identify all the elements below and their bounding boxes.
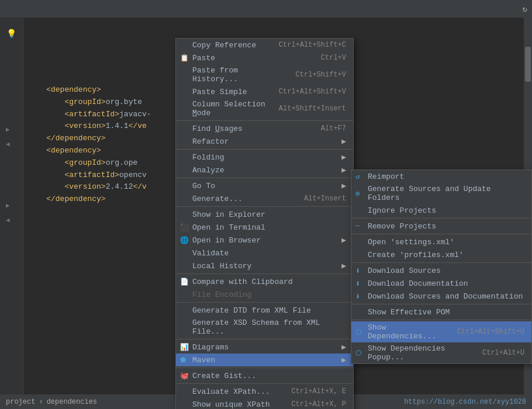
menu-analyze[interactable]: Analyze ▶ <box>176 164 353 176</box>
submenu-open-settings[interactable]: Open 'settings.xml' <box>351 235 531 248</box>
submenu-divider <box>351 234 531 234</box>
menu-create-gist[interactable]: 🐙 Create Gist... <box>176 369 353 382</box>
submenu-reimport[interactable]: ↺ Reimport <box>351 170 531 183</box>
menu-file-encoding[interactable]: File Encoding <box>176 288 353 301</box>
maven-icon: ⬟ <box>180 356 186 365</box>
reimport-icon: ↺ <box>355 172 360 181</box>
line-gutter: 💡 ▶ ◀ ▶ ◀ <box>0 18 23 394</box>
diagrams-icon: 📊 <box>180 343 189 352</box>
submenu-generate-sources[interactable]: ⚙ Generate Sources and Update Folders <box>351 183 531 204</box>
status-url: https://blog.csdn.net/xyy1028 <box>404 398 526 406</box>
breadcrumb: project › dependencies <box>6 398 97 406</box>
menu-local-history[interactable]: Local History ▶ <box>176 259 353 272</box>
menu-find-usages[interactable]: Find Usages Alt+F7 <box>176 122 353 135</box>
arrow-icon: ▶ <box>341 181 346 190</box>
menu-refactor[interactable]: Refactor ▶ <box>176 135 353 148</box>
refresh-icon[interactable]: ↻ <box>523 4 527 14</box>
submenu-ignore-projects[interactable]: Ignore Projects <box>351 204 531 217</box>
menu-column-mode[interactable]: Column Selection Mode Alt+Shift+Insert <box>176 98 353 119</box>
menu-divider <box>176 120 353 121</box>
menu-compare-clipboard[interactable]: 📄 Compare with Clipboard <box>176 275 353 288</box>
submenu-show-dependencies[interactable]: ⬡ Show Dependencies... Ctrl+Alt+Shift+U <box>351 321 531 342</box>
arrow-icon: ▶ <box>341 342 346 352</box>
menu-generate-xsd[interactable]: Generate XSD Schema from XML File... <box>176 317 353 338</box>
menu-goto[interactable]: Go To ▶ <box>176 179 353 192</box>
menu-divider <box>176 339 353 339</box>
menu-divider <box>176 302 353 303</box>
submenu-download-docs[interactable]: ⬇ Download Documentation <box>351 277 531 290</box>
menu-open-browser[interactable]: 🌐 Open in Browser ▶ <box>176 234 353 247</box>
menu-maven[interactable]: ⬟ Maven ▶ <box>176 353 353 366</box>
menu-open-terminal[interactable]: ⬛ Open in Terminal <box>176 221 353 234</box>
arrow-icon: ▶ <box>341 137 346 146</box>
submenu-divider <box>351 218 531 219</box>
submenu-create-profiles[interactable]: Create 'profiles.xml' <box>351 248 531 261</box>
arrow-icon: ▶ <box>341 152 346 162</box>
menu-divider <box>176 383 353 384</box>
menu-generate[interactable]: Generate... Alt+Insert <box>176 192 353 205</box>
bulb-icon: 💡 <box>7 29 15 37</box>
menu-copy-reference[interactable]: Copy Reference Ctrl+Alt+Shift+C <box>176 39 353 51</box>
menu-paste-history[interactable]: Paste from History... Ctrl+Shift+V <box>176 64 353 85</box>
top-bar: ↻ <box>0 0 532 18</box>
download-icon: ⬇ <box>355 279 360 289</box>
menu-generate-dtd[interactable]: Generate DTD from XML File <box>176 304 353 317</box>
remove-icon: — <box>355 222 360 230</box>
deps-icon: ⬡ <box>355 328 361 337</box>
arrow-icon: ▶ <box>341 355 346 365</box>
paste-icon: 📋 <box>180 54 189 63</box>
compare-icon: 📄 <box>180 278 189 286</box>
submenu-divider <box>351 262 531 263</box>
arrow-icon: ▶ <box>341 261 346 271</box>
menu-paste-simple[interactable]: Paste Simple Ctrl+Alt+Shift+V <box>176 85 353 98</box>
fold-arrow-1[interactable]: ▶ <box>6 126 10 133</box>
generate-sources-icon: ⚙ <box>355 189 360 198</box>
terminal-icon: ⬛ <box>180 223 189 232</box>
menu-divider <box>176 273 353 274</box>
fold-arrow-2[interactable]: ◀ <box>6 140 10 148</box>
breadcrumb-item: dependencies <box>47 398 97 406</box>
menu-divider <box>176 149 353 150</box>
menu-folding[interactable]: Folding ▶ <box>176 151 353 164</box>
submenu-show-dependencies-popup[interactable]: ⬡ Show Dependencies Popup... Ctrl+Alt+U <box>351 342 531 363</box>
code-line <box>28 23 519 36</box>
submenu-download-sources[interactable]: ⬇ Download Sources <box>351 264 531 277</box>
menu-validate[interactable]: Validate <box>176 247 353 259</box>
menu-divider <box>176 178 353 178</box>
fold-arrow-3[interactable]: ▶ <box>6 202 10 209</box>
scrollbar-thumb[interactable] <box>525 47 531 82</box>
deps2-icon: ⬡ <box>355 349 361 358</box>
submenu-divider <box>351 320 531 320</box>
gist-icon: 🐙 <box>180 372 189 380</box>
submenu-show-effective-pom[interactable]: Show Effective POM <box>351 306 531 318</box>
menu-unique-xpath[interactable]: Show unique XPath Ctrl+Alt+X, P <box>176 398 353 409</box>
submenu-remove-projects[interactable]: — Remove Projects <box>351 220 531 233</box>
arrow-icon: ▶ <box>341 165 346 175</box>
context-menu-main: Copy Reference Ctrl+Alt+Shift+C 📋 Paste … <box>175 38 354 409</box>
breadcrumb-project: project <box>6 398 35 406</box>
menu-paste[interactable]: 📋 Paste Ctrl+V <box>176 51 353 64</box>
breadcrumb-separator: › <box>39 398 43 406</box>
menu-show-explorer[interactable]: Show in Explorer <box>176 208 353 221</box>
arrow-icon: ▶ <box>341 235 346 245</box>
context-menu-maven: ↺ Reimport ⚙ Generate Sources and Update… <box>351 169 532 364</box>
menu-divider <box>176 206 353 207</box>
browser-icon: 🌐 <box>180 236 189 245</box>
menu-divider <box>176 368 353 368</box>
menu-diagrams[interactable]: 📊 Diagrams ▶ <box>176 341 353 353</box>
download-icon: ⬇ <box>355 266 360 276</box>
submenu-divider <box>351 304 531 304</box>
download-icon: ⬇ <box>355 292 360 301</box>
menu-evaluate-xpath[interactable]: Evaluate XPath... Ctrl+Alt+X, E <box>176 385 353 398</box>
fold-arrow-4[interactable]: ◀ <box>6 216 10 224</box>
submenu-download-sources-docs[interactable]: ⬇ Download Sources and Documentation <box>351 290 531 303</box>
